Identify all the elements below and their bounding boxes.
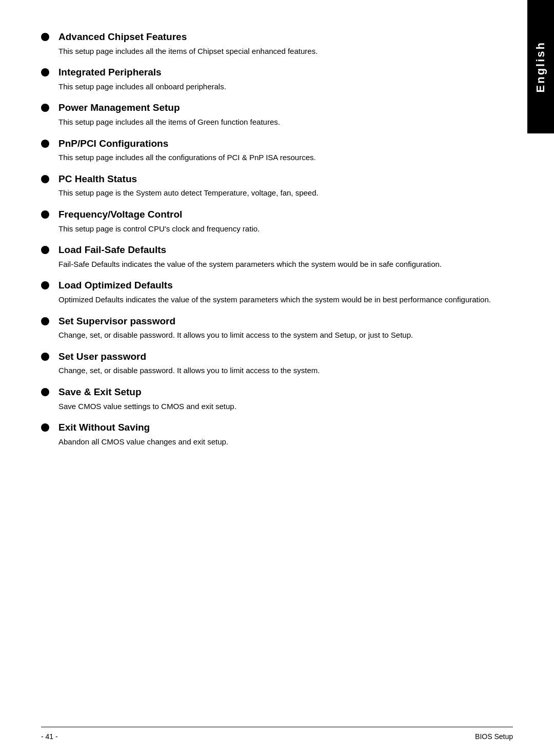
menu-item-content: PnP/PCI ConfigurationsThis setup page in…	[58, 138, 513, 164]
list-item: Advanced Chipset FeaturesThis setup page…	[41, 31, 513, 57]
list-item: Load Fail-Safe DefaultsFail-Safe Default…	[41, 244, 513, 270]
menu-item-title[interactable]: Frequency/Voltage Control	[58, 208, 513, 221]
menu-item-description: Optimized Defaults indicates the value o…	[58, 294, 513, 306]
menu-item-title[interactable]: Integrated Peripherals	[58, 66, 513, 79]
bullet-icon	[41, 104, 49, 112]
menu-item-content: Integrated PeripheralsThis setup page in…	[58, 66, 513, 92]
bullet-icon	[41, 175, 49, 183]
menu-item-title[interactable]: Load Fail-Safe Defaults	[58, 244, 513, 257]
bullet-icon	[41, 140, 49, 148]
menu-item-title[interactable]: PnP/PCI Configurations	[58, 138, 513, 150]
menu-item-content: Load Fail-Safe DefaultsFail-Safe Default…	[58, 244, 513, 270]
bullet-icon	[41, 246, 49, 254]
menu-item-description: This setup page is the System auto detec…	[58, 187, 513, 199]
menu-item-description: Save CMOS value settings to CMOS and exi…	[58, 401, 513, 413]
list-item: PC Health StatusThis setup page is the S…	[41, 173, 513, 199]
menu-item-description: This setup page includes all the configu…	[58, 152, 513, 164]
bullet-icon	[41, 423, 49, 432]
page-container: English Advanced Chipset FeaturesThis se…	[0, 0, 554, 756]
menu-list: Advanced Chipset FeaturesThis setup page…	[41, 31, 513, 448]
list-item: Set User passwordChange, set, or disable…	[41, 351, 513, 377]
menu-item-content: Load Optimized DefaultsOptimized Default…	[58, 279, 513, 305]
menu-item-description: Change, set, or disable password. It all…	[58, 329, 513, 341]
sidebar-english: English	[527, 0, 554, 133]
menu-item-title[interactable]: Load Optimized Defaults	[58, 279, 513, 292]
menu-item-title[interactable]: Set Supervisor password	[58, 315, 513, 328]
list-item: Load Optimized DefaultsOptimized Default…	[41, 279, 513, 305]
menu-item-description: This setup page is control CPU's clock a…	[58, 223, 513, 235]
menu-item-content: Advanced Chipset FeaturesThis setup page…	[58, 31, 513, 57]
footer-title: BIOS Setup	[475, 732, 513, 741]
menu-item-content: Frequency/Voltage ControlThis setup page…	[58, 208, 513, 235]
menu-item-description: Change, set, or disable password. It all…	[58, 365, 513, 377]
menu-item-title[interactable]: Exit Without Saving	[58, 421, 513, 434]
menu-item-content: Exit Without SavingAbandon all CMOS valu…	[58, 421, 513, 448]
menu-item-content: Save & Exit SetupSave CMOS value setting…	[58, 386, 513, 412]
menu-item-content: Set Supervisor passwordChange, set, or d…	[58, 315, 513, 341]
bullet-icon	[41, 68, 49, 76]
footer-page: - 41 -	[41, 732, 58, 741]
bullet-icon	[41, 353, 49, 361]
list-item: Exit Without SavingAbandon all CMOS valu…	[41, 421, 513, 448]
list-item: Frequency/Voltage ControlThis setup page…	[41, 208, 513, 235]
menu-item-content: PC Health StatusThis setup page is the S…	[58, 173, 513, 199]
bullet-icon	[41, 281, 49, 289]
menu-item-title[interactable]: PC Health Status	[58, 173, 513, 186]
bullet-icon	[41, 388, 49, 396]
list-item: Integrated PeripheralsThis setup page in…	[41, 66, 513, 92]
bullet-icon	[41, 317, 49, 325]
menu-item-content: Power Management SetupThis setup page in…	[58, 102, 513, 128]
footer: - 41 - BIOS Setup	[41, 727, 513, 741]
menu-item-content: Set User passwordChange, set, or disable…	[58, 351, 513, 377]
menu-item-title[interactable]: Advanced Chipset Features	[58, 31, 513, 44]
menu-item-description: This setup page includes all the items o…	[58, 117, 513, 128]
sidebar-english-label: English	[534, 41, 547, 92]
menu-item-title[interactable]: Set User password	[58, 351, 513, 363]
bullet-icon	[41, 210, 49, 219]
main-content: Advanced Chipset FeaturesThis setup page…	[41, 31, 513, 715]
menu-item-description: Abandon all CMOS value changes and exit …	[58, 436, 513, 448]
list-item: PnP/PCI ConfigurationsThis setup page in…	[41, 138, 513, 164]
menu-item-title[interactable]: Save & Exit Setup	[58, 386, 513, 399]
menu-item-description: This setup page includes all the items o…	[58, 46, 513, 57]
bullet-icon	[41, 33, 49, 41]
menu-item-title[interactable]: Power Management Setup	[58, 102, 513, 114]
list-item: Power Management SetupThis setup page in…	[41, 102, 513, 128]
menu-item-description: Fail-Safe Defaults indicates the value o…	[58, 259, 513, 270]
menu-item-description: This setup page includes all onboard per…	[58, 81, 513, 93]
list-item: Save & Exit SetupSave CMOS value setting…	[41, 386, 513, 412]
list-item: Set Supervisor passwordChange, set, or d…	[41, 315, 513, 341]
